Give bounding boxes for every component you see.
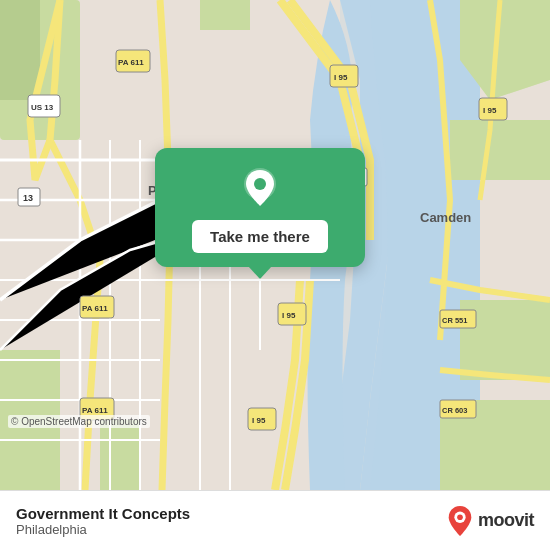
svg-text:I 95: I 95 xyxy=(334,73,348,82)
location-pin-icon xyxy=(238,166,282,210)
svg-text:PA 611: PA 611 xyxy=(82,304,108,313)
take-me-there-button[interactable]: Take me there xyxy=(192,220,328,253)
svg-text:CR 551: CR 551 xyxy=(442,316,467,325)
svg-rect-3 xyxy=(0,0,40,100)
svg-rect-9 xyxy=(200,0,250,30)
map-container: US 13 PA 611 PA 611 PA 611 I 95 I 95 I 9… xyxy=(0,0,550,490)
svg-text:Camden: Camden xyxy=(420,210,471,225)
svg-rect-5 xyxy=(450,120,550,180)
location-name: Government It Concepts xyxy=(16,505,190,522)
moovit-logo: moovit xyxy=(446,505,534,537)
moovit-pin-icon xyxy=(446,505,474,537)
copyright-text: © OpenStreetMap contributors xyxy=(8,415,150,428)
svg-rect-10 xyxy=(100,420,140,490)
svg-text:PA 611: PA 611 xyxy=(118,58,144,67)
svg-text:13: 13 xyxy=(23,193,33,203)
svg-text:I 95: I 95 xyxy=(282,311,296,320)
svg-text:I 95: I 95 xyxy=(483,106,497,115)
svg-text:PA 611: PA 611 xyxy=(82,406,108,415)
popup-card: Take me there xyxy=(155,148,365,267)
location-info: Government It Concepts Philadelphia xyxy=(16,505,190,537)
svg-text:CR 603: CR 603 xyxy=(442,406,467,415)
svg-text:US 13: US 13 xyxy=(31,103,54,112)
svg-text:I 95: I 95 xyxy=(252,416,266,425)
moovit-label: moovit xyxy=(478,510,534,531)
svg-point-52 xyxy=(254,178,266,190)
location-city: Philadelphia xyxy=(16,522,190,537)
svg-point-54 xyxy=(457,514,463,520)
info-bar: Government It Concepts Philadelphia moov… xyxy=(0,490,550,550)
